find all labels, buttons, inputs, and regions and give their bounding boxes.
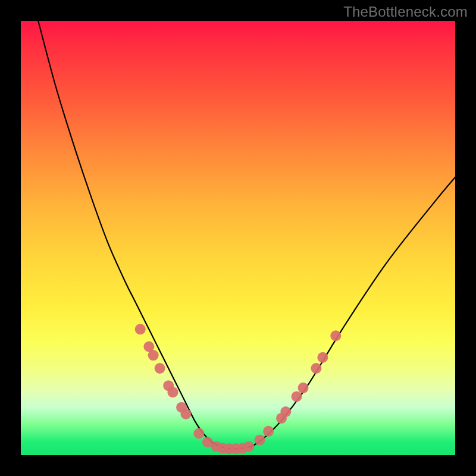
curve-marker [155,363,165,374]
chart-frame: TheBottleneck.com [0,0,476,476]
curve-marker [135,324,146,334]
curve-svg [21,21,455,455]
curve-marker [280,406,291,417]
curve-marker [298,383,309,393]
curve-marker [148,350,159,361]
curve-marker [168,387,178,397]
curve-markers [135,324,342,454]
curve-marker [263,426,274,437]
curve-marker [317,352,328,363]
bottleneck-curve [38,21,455,449]
plot-area [21,21,455,455]
curve-marker [255,434,265,445]
curve-marker [311,363,321,374]
curve-marker [330,330,341,341]
curve-marker [180,409,191,419]
curve-marker [243,441,254,452]
curve-marker [292,391,302,402]
curve-marker [193,428,204,439]
watermark-text: TheBottleneck.com [343,4,468,20]
